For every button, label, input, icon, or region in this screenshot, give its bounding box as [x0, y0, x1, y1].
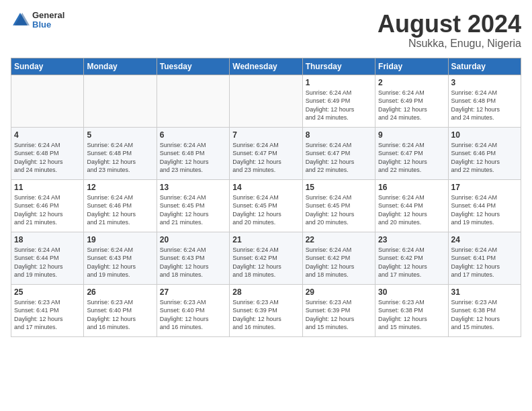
calendar-week-row: 18Sunrise: 6:24 AM Sunset: 6:44 PM Dayli…	[11, 232, 521, 284]
day-info: Sunrise: 6:24 AM Sunset: 6:48 PM Dayligh…	[451, 89, 518, 122]
day-number: 25	[14, 287, 81, 297]
weekday-header: Thursday	[302, 58, 375, 75]
day-number: 12	[87, 183, 153, 192]
day-info: Sunrise: 6:24 AM Sunset: 6:49 PM Dayligh…	[306, 89, 372, 122]
calendar-cell: 2Sunrise: 6:24 AM Sunset: 6:49 PM Daylig…	[375, 75, 448, 127]
calendar-cell: 1Sunrise: 6:24 AM Sunset: 6:49 PM Daylig…	[302, 75, 375, 127]
day-info: Sunrise: 6:23 AM Sunset: 6:40 PM Dayligh…	[87, 298, 153, 332]
day-number: 14	[232, 183, 299, 192]
day-number: 17	[451, 183, 518, 192]
logo: General Blue	[11, 11, 64, 30]
day-number: 20	[160, 235, 226, 244]
calendar-cell: 15Sunrise: 6:24 AM Sunset: 6:45 PM Dayli…	[302, 179, 375, 232]
logo-text: General Blue	[32, 11, 64, 30]
day-info: Sunrise: 6:23 AM Sunset: 6:40 PM Dayligh…	[160, 298, 226, 332]
day-number: 10	[451, 130, 518, 140]
calendar-cell: 28Sunrise: 6:23 AM Sunset: 6:39 PM Dayli…	[230, 284, 302, 336]
weekday-header: Monday	[84, 58, 157, 75]
day-number: 3	[451, 78, 518, 87]
calendar-cell: 22Sunrise: 6:24 AM Sunset: 6:42 PM Dayli…	[302, 232, 375, 284]
calendar-cell	[230, 75, 302, 127]
calendar-subtitle: Nsukka, Enugu, Nigeria	[378, 38, 521, 50]
calendar-cell: 3Sunrise: 6:24 AM Sunset: 6:48 PM Daylig…	[448, 75, 521, 127]
weekday-header: Tuesday	[157, 58, 229, 75]
day-number: 21	[232, 235, 299, 244]
logo-general: General	[32, 11, 64, 20]
day-info: Sunrise: 6:23 AM Sunset: 6:39 PM Dayligh…	[232, 298, 299, 332]
day-info: Sunrise: 6:24 AM Sunset: 6:48 PM Dayligh…	[160, 141, 226, 175]
day-info: Sunrise: 6:24 AM Sunset: 6:46 PM Dayligh…	[451, 141, 518, 175]
calendar-cell: 16Sunrise: 6:24 AM Sunset: 6:44 PM Dayli…	[375, 179, 448, 232]
day-info: Sunrise: 6:24 AM Sunset: 6:44 PM Dayligh…	[378, 193, 445, 227]
day-info: Sunrise: 6:24 AM Sunset: 6:44 PM Dayligh…	[451, 193, 518, 227]
calendar-cell: 18Sunrise: 6:24 AM Sunset: 6:44 PM Dayli…	[11, 232, 84, 284]
day-number: 1	[306, 78, 372, 87]
day-info: Sunrise: 6:24 AM Sunset: 6:45 PM Dayligh…	[160, 193, 226, 227]
calendar-cell	[84, 75, 157, 127]
day-number: 30	[378, 287, 445, 297]
day-info: Sunrise: 6:24 AM Sunset: 6:47 PM Dayligh…	[378, 141, 445, 175]
calendar-cell: 4Sunrise: 6:24 AM Sunset: 6:48 PM Daylig…	[11, 127, 84, 179]
calendar-title: August 2024	[378, 11, 521, 38]
calendar-cell: 23Sunrise: 6:24 AM Sunset: 6:42 PM Dayli…	[375, 232, 448, 284]
day-info: Sunrise: 6:24 AM Sunset: 6:43 PM Dayligh…	[160, 246, 226, 279]
calendar-cell: 12Sunrise: 6:24 AM Sunset: 6:46 PM Dayli…	[84, 179, 157, 232]
weekday-row: SundayMondayTuesdayWednesdayThursdayFrid…	[11, 58, 521, 75]
calendar-cell: 29Sunrise: 6:23 AM Sunset: 6:39 PM Dayli…	[302, 284, 375, 336]
day-info: Sunrise: 6:24 AM Sunset: 6:49 PM Dayligh…	[378, 89, 445, 122]
calendar-cell	[11, 75, 84, 127]
day-number: 8	[306, 130, 372, 140]
day-number: 13	[160, 183, 226, 192]
day-info: Sunrise: 6:23 AM Sunset: 6:41 PM Dayligh…	[14, 298, 81, 332]
day-number: 2	[378, 78, 445, 87]
day-number: 28	[232, 287, 299, 297]
day-info: Sunrise: 6:24 AM Sunset: 6:45 PM Dayligh…	[306, 193, 372, 227]
calendar-cell: 17Sunrise: 6:24 AM Sunset: 6:44 PM Dayli…	[448, 179, 521, 232]
calendar-week-row: 11Sunrise: 6:24 AM Sunset: 6:46 PM Dayli…	[11, 179, 521, 232]
day-number: 29	[306, 287, 372, 297]
calendar-cell: 8Sunrise: 6:24 AM Sunset: 6:47 PM Daylig…	[302, 127, 375, 179]
calendar-cell: 20Sunrise: 6:24 AM Sunset: 6:43 PM Dayli…	[157, 232, 229, 284]
day-number: 4	[14, 130, 81, 140]
calendar-week-row: 4Sunrise: 6:24 AM Sunset: 6:48 PM Daylig…	[11, 127, 521, 179]
day-number: 6	[160, 130, 226, 140]
weekday-header: Sunday	[11, 58, 84, 75]
day-number: 19	[87, 235, 153, 244]
calendar-week-row: 1Sunrise: 6:24 AM Sunset: 6:49 PM Daylig…	[11, 75, 521, 127]
calendar-cell: 25Sunrise: 6:23 AM Sunset: 6:41 PM Dayli…	[11, 284, 84, 336]
calendar-body: 1Sunrise: 6:24 AM Sunset: 6:49 PM Daylig…	[11, 75, 521, 336]
calendar-cell: 5Sunrise: 6:24 AM Sunset: 6:48 PM Daylig…	[84, 127, 157, 179]
calendar-cell: 26Sunrise: 6:23 AM Sunset: 6:40 PM Dayli…	[84, 284, 157, 336]
logo-blue: Blue	[32, 20, 64, 30]
calendar-cell: 11Sunrise: 6:24 AM Sunset: 6:46 PM Dayli…	[11, 179, 84, 232]
day-number: 24	[451, 235, 518, 244]
day-info: Sunrise: 6:24 AM Sunset: 6:41 PM Dayligh…	[451, 246, 518, 279]
day-info: Sunrise: 6:24 AM Sunset: 6:42 PM Dayligh…	[232, 246, 299, 279]
day-number: 27	[160, 287, 226, 297]
calendar-cell: 6Sunrise: 6:24 AM Sunset: 6:48 PM Daylig…	[157, 127, 229, 179]
day-info: Sunrise: 6:24 AM Sunset: 6:47 PM Dayligh…	[232, 141, 299, 175]
day-info: Sunrise: 6:24 AM Sunset: 6:42 PM Dayligh…	[378, 246, 445, 279]
day-number: 5	[87, 130, 153, 140]
day-info: Sunrise: 6:24 AM Sunset: 6:42 PM Dayligh…	[306, 246, 372, 279]
day-info: Sunrise: 6:23 AM Sunset: 6:39 PM Dayligh…	[306, 298, 372, 332]
day-info: Sunrise: 6:24 AM Sunset: 6:45 PM Dayligh…	[232, 193, 299, 227]
day-info: Sunrise: 6:23 AM Sunset: 6:38 PM Dayligh…	[451, 298, 518, 332]
calendar-cell: 9Sunrise: 6:24 AM Sunset: 6:47 PM Daylig…	[375, 127, 448, 179]
page-header: General Blue August 2024 Nsukka, Enugu, …	[11, 11, 521, 50]
day-info: Sunrise: 6:24 AM Sunset: 6:43 PM Dayligh…	[87, 246, 153, 279]
calendar-table: SundayMondayTuesdayWednesdayThursdayFrid…	[11, 58, 521, 337]
day-info: Sunrise: 6:24 AM Sunset: 6:46 PM Dayligh…	[87, 193, 153, 227]
calendar-cell: 10Sunrise: 6:24 AM Sunset: 6:46 PM Dayli…	[448, 127, 521, 179]
calendar-cell: 19Sunrise: 6:24 AM Sunset: 6:43 PM Dayli…	[84, 232, 157, 284]
day-number: 15	[306, 183, 372, 192]
calendar-cell: 27Sunrise: 6:23 AM Sunset: 6:40 PM Dayli…	[157, 284, 229, 336]
day-number: 23	[378, 235, 445, 244]
day-number: 16	[378, 183, 445, 192]
day-number: 9	[378, 130, 445, 140]
calendar-cell: 24Sunrise: 6:24 AM Sunset: 6:41 PM Dayli…	[448, 232, 521, 284]
calendar-cell: 13Sunrise: 6:24 AM Sunset: 6:45 PM Dayli…	[157, 179, 229, 232]
day-info: Sunrise: 6:24 AM Sunset: 6:48 PM Dayligh…	[14, 141, 81, 175]
calendar-cell: 21Sunrise: 6:24 AM Sunset: 6:42 PM Dayli…	[230, 232, 302, 284]
calendar-week-row: 25Sunrise: 6:23 AM Sunset: 6:41 PM Dayli…	[11, 284, 521, 336]
